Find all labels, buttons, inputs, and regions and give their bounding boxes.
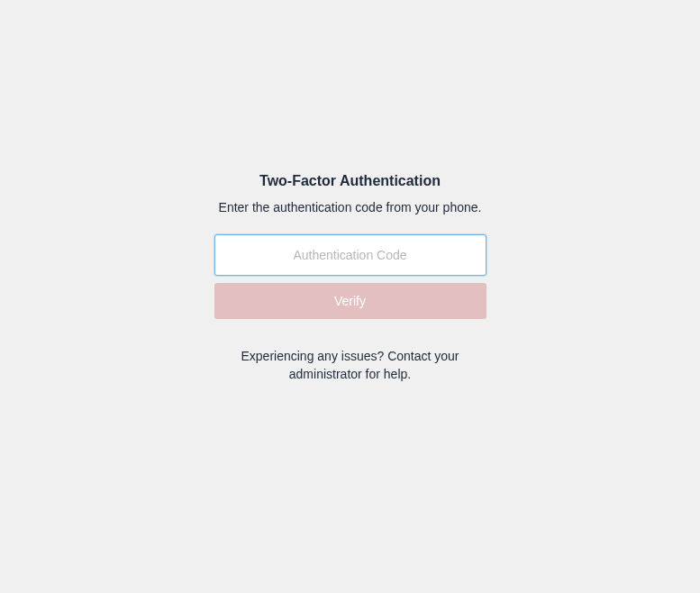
page-subtitle: Enter the authentication code from your … <box>214 200 486 214</box>
two-factor-auth-panel: Two-Factor Authentication Enter the auth… <box>214 173 486 383</box>
page-title: Two-Factor Authentication <box>214 173 486 189</box>
verify-button[interactable]: Verify <box>214 283 486 319</box>
authentication-code-input[interactable] <box>214 234 486 276</box>
help-text: Experiencing any issues? Contact your ad… <box>214 348 486 383</box>
